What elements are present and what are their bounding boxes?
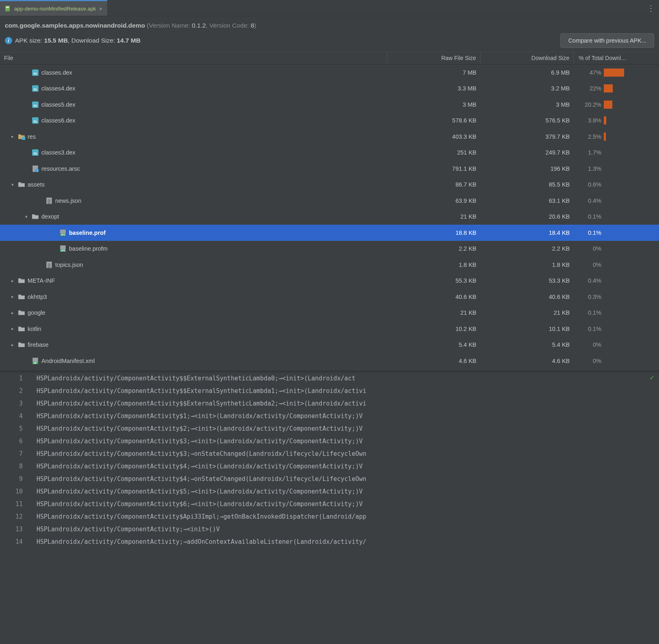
line-number: 1 — [0, 372, 23, 385]
chevron-right-icon[interactable]: ▸ — [10, 278, 15, 283]
table-row[interactable]: ▸META-INF55.3 KB53.3 KB0.4% — [0, 273, 659, 289]
svg-text:{}: {} — [48, 199, 51, 203]
line-number: 12 — [0, 511, 23, 523]
line-number: 4 — [0, 410, 23, 423]
pct-bar — [604, 84, 613, 92]
code-line: HSPLandroidx/activity/ComponentActivity$… — [37, 385, 659, 397]
download-size: 85.5 KB — [480, 181, 574, 188]
table-row[interactable]: ▾dexopt21 KB20.6 KB0.1% — [0, 209, 659, 225]
chevron-right-icon[interactable]: ▸ — [10, 310, 15, 316]
file-name: topics.json — [55, 262, 83, 268]
dex-icon: 01 — [32, 85, 39, 92]
raw-size: 21 KB — [387, 309, 480, 316]
svg-text:01: 01 — [34, 120, 37, 123]
table-row[interactable]: {}news.json63.9 KB63.1 KB0.4% — [0, 193, 659, 209]
table-row[interactable]: 01classes6.dex578.6 KB576.5 KB3.8% — [0, 113, 659, 129]
file-name: classes3.dex — [41, 149, 75, 156]
pct-value: 0.6% — [579, 181, 601, 188]
download-size: 5.4 KB — [480, 341, 574, 348]
pct-value: 22% — [579, 85, 601, 92]
pct-value: 0.4% — [579, 197, 601, 204]
tab-apk[interactable]: app-demo-nonMinifiedRelease.apk × — [0, 0, 107, 16]
chevron-right-icon[interactable]: ▸ — [10, 342, 15, 348]
pct-value: 1.7% — [579, 149, 601, 156]
download-size: 3 MB — [480, 101, 574, 108]
chevron-right-icon[interactable]: ▸ — [10, 134, 15, 139]
chevron-down-icon[interactable]: ▾ — [10, 182, 15, 187]
pct-bar — [604, 69, 624, 77]
compare-apk-button[interactable]: Compare with previous APK... — [560, 33, 654, 48]
close-icon[interactable]: × — [99, 5, 103, 12]
table-row[interactable]: ▸res403.3 KB379.7 KB2.5% — [0, 129, 659, 145]
download-size: 3.2 MB — [480, 85, 574, 92]
table-row[interactable]: {}topics.json1.8 KB1.8 KB0% — [0, 257, 659, 273]
file-name: dexopt — [41, 213, 59, 220]
col-pct-download[interactable]: % of Total Downl… — [574, 52, 659, 64]
folder-icon — [18, 277, 25, 284]
table-row[interactable]: 01classes5.dex3 MB3 MB20.2% — [0, 97, 659, 113]
chevron-right-icon[interactable]: ▸ — [10, 294, 15, 299]
table-row[interactable]: ▸kotlin10.2 KB10.1 KB0.1% — [0, 321, 659, 337]
apk-size-label: APK size: — [15, 37, 42, 44]
code-line: HSPLandroidx/activity/ComponentActivity$… — [37, 435, 659, 448]
file-name: kotlin — [28, 326, 41, 332]
col-download-size[interactable]: Download Size — [480, 52, 574, 64]
file-name: assets — [28, 181, 45, 188]
raw-size: 7 MB — [387, 69, 480, 76]
table-row[interactable]: MFAndroidManifest.xml4.6 KB4.6 KB0% — [0, 353, 659, 369]
inspections-ok-icon[interactable]: ✓ — [650, 373, 654, 382]
chevron-down-icon[interactable]: ▾ — [24, 214, 29, 219]
file-tree[interactable]: 01classes.dex7 MB6.9 MB47%01classes4.dex… — [0, 64, 659, 371]
file-name: classes6.dex — [41, 117, 75, 124]
col-raw-size[interactable]: Raw File Size — [387, 52, 480, 64]
raw-size: 55.3 KB — [387, 277, 480, 284]
table-row[interactable]: ▸firebase5.4 KB5.4 KB0% — [0, 337, 659, 353]
download-size: 40.6 KB — [480, 294, 574, 300]
pct-value: 0.1% — [579, 213, 601, 220]
code-line: HSPLandroidx/activity/ComponentActivity$… — [37, 485, 659, 498]
raw-size: 791.1 KB — [387, 165, 480, 172]
table-row[interactable]: HPRbaseline.profm2.2 KB2.2 KB0% — [0, 241, 659, 257]
pct-bar — [604, 101, 612, 109]
col-file[interactable]: File — [0, 52, 387, 64]
line-number: 10 — [0, 485, 23, 498]
file-name: AndroidManifest.xml — [41, 358, 95, 364]
raw-size: 18.8 KB — [387, 230, 480, 236]
download-size: 20.6 KB — [480, 213, 574, 220]
line-number: 6 — [0, 435, 23, 448]
code-content[interactable]: HSPLandroidx/activity/ComponentActivity$… — [37, 372, 659, 599]
download-size: 21 KB — [480, 309, 574, 316]
code-line: HSPLandroidx/activity/ComponentActivity$… — [37, 372, 659, 385]
raw-size: 21 KB — [387, 213, 480, 220]
svg-text:01: 01 — [34, 103, 37, 107]
file-viewer[interactable]: 1234567891011121314 HSPLandroidx/activit… — [0, 372, 659, 599]
table-row[interactable]: 01classes4.dex3.3 MB3.2 MB22% — [0, 81, 659, 97]
apk-info-panel: com.google.samples.apps.nowinandroid.dem… — [0, 16, 659, 52]
dex-icon: 01 — [32, 101, 39, 108]
download-size: 1.8 KB — [480, 262, 574, 268]
pct-value: 3.8% — [579, 117, 601, 124]
chevron-right-icon[interactable]: ▸ — [10, 326, 15, 331]
more-menu-icon[interactable]: ⋮ — [647, 4, 655, 12]
table-row[interactable]: ?resources.arsc791.1 KB196 KB1.3% — [0, 161, 659, 177]
table-row[interactable]: 01classes3.dex251 KB249.7 KB1.7% — [0, 145, 659, 161]
package-name: com.google.samples.apps.nowinandroid.dem… — [5, 22, 145, 29]
table-row[interactable]: ▸okhttp340.6 KB40.6 KB0.3% — [0, 289, 659, 305]
folder-icon — [32, 213, 39, 220]
svg-rect-1 — [6, 6, 9, 8]
file-name: firebase — [28, 341, 49, 348]
apk-file-icon — [5, 5, 11, 12]
table-row[interactable]: ▸google21 KB21 KB0.1% — [0, 305, 659, 321]
table-row[interactable]: 01classes.dex7 MB6.9 MB47% — [0, 64, 659, 81]
download-size: 379.7 KB — [480, 133, 574, 140]
table-row[interactable]: ▾assets86.7 KB85.5 KB0.6% — [0, 177, 659, 193]
file-name: res — [28, 133, 36, 140]
dex-icon: 01 — [32, 117, 39, 124]
download-size-value: 14.7 MB — [117, 37, 141, 44]
file-name: okhttp3 — [28, 294, 47, 300]
table-row[interactable]: HPRbaseline.prof18.8 KB18.4 KB0.1% — [0, 225, 659, 241]
pct-value: 0.1% — [579, 230, 601, 236]
line-number: 3 — [0, 397, 23, 410]
svg-text:?: ? — [37, 169, 38, 172]
hpr-icon: HPR — [59, 229, 67, 236]
